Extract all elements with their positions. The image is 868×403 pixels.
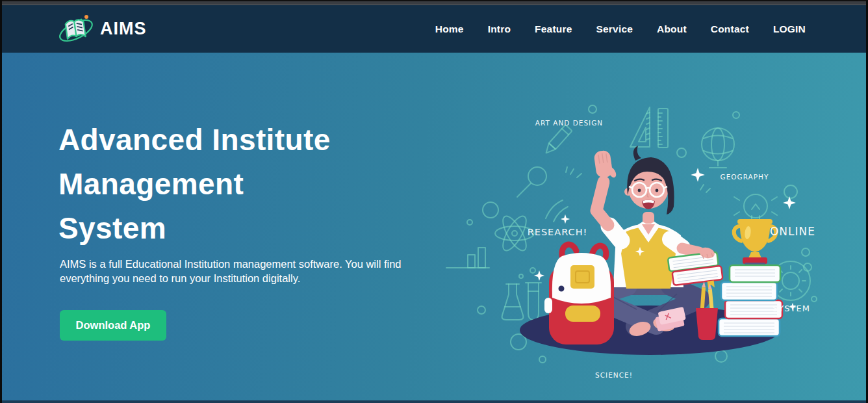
logo-text: AIMS (100, 19, 147, 39)
logo-orange-dot (84, 15, 88, 19)
label-geography: GEOGRAPHY (721, 173, 769, 181)
nav-item-about[interactable]: About (657, 23, 687, 35)
ruler-doodle (658, 109, 668, 148)
hero-illustration: ART AND DESIGN GEOGRAPHY RESEARCH! ONLIN… (442, 91, 832, 390)
triangle-ruler-doodle (630, 107, 650, 147)
download-app-button[interactable]: Download App (60, 310, 166, 341)
logo[interactable]: AIMS (57, 13, 147, 46)
nav-item-intro[interactable]: Intro (488, 23, 511, 35)
hero-description: AIMS is a full Educational Institution m… (60, 257, 414, 285)
bar-chart-doodle (446, 248, 489, 268)
label-science: SCIENCE! (595, 371, 633, 379)
backpack (544, 244, 614, 344)
hero-title-line3: System (58, 206, 331, 250)
pencil-doodle (542, 125, 572, 156)
hero-title-line1: Advanced Institute (58, 118, 331, 162)
student-head (624, 146, 674, 214)
nav-links: Home Intro Feature Service About Contact… (435, 23, 806, 35)
nav-item-home[interactable]: Home (435, 23, 464, 35)
nav-item-service[interactable]: Service (596, 23, 633, 35)
globe-doodle (702, 128, 734, 168)
hero-title-line2: Management (58, 162, 331, 206)
browser-chrome-strip (0, 0, 868, 5)
label-online: ONLINE (770, 225, 815, 238)
hero-section: Advanced Institute Management System AIM… (0, 53, 868, 403)
label-system: SYSTEM (772, 304, 810, 313)
bottom-divider (0, 400, 868, 403)
magnifier-doodle (517, 167, 546, 197)
nav-item-login[interactable]: LOGIN (773, 23, 806, 35)
light-bulb-doodle (734, 194, 777, 221)
flask-doodle (502, 284, 524, 320)
logo-book-icon (57, 13, 96, 46)
label-art-and-design: ART AND DESIGN (535, 119, 603, 127)
book-stack (719, 265, 782, 336)
hero-title: Advanced Institute Management System (58, 118, 331, 250)
navbar: AIMS Home Intro Feature Service About Co… (0, 5, 868, 53)
page: AIMS Home Intro Feature Service About Co… (0, 0, 868, 403)
label-research: RESEARCH! (528, 227, 588, 237)
logo-green-dot (80, 18, 82, 20)
nav-item-contact[interactable]: Contact (711, 23, 749, 35)
nav-item-feature[interactable]: Feature (535, 23, 572, 35)
